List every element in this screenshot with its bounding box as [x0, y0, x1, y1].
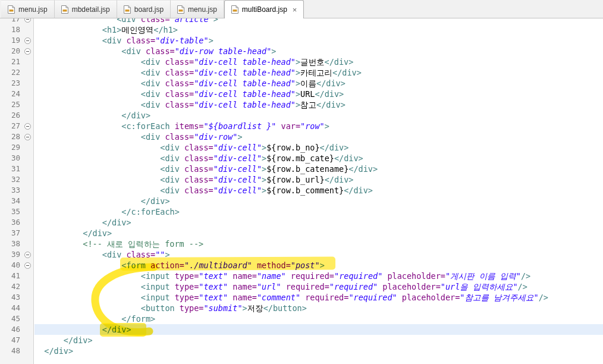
code-line-32[interactable]: 32 <div class="div-cell">${row.b_url}</d… [0, 174, 603, 185]
code-line-42[interactable]: 42 <input type="text" name="url" require… [0, 281, 603, 292]
code-line-45[interactable]: 45 </form> [0, 313, 603, 324]
code-text[interactable]: <div class="div-cell">${row.b_url}</div> [34, 174, 603, 185]
code-line-28[interactable]: 28 <div class="div-row"> [0, 131, 603, 142]
jsp-file-icon [8, 5, 15, 14]
code-line-17[interactable]: 17 <div class="article"> [0, 18, 603, 24]
code-text[interactable]: </div> [34, 217, 603, 228]
tab-mbdetail-jsp[interactable]: mbdetail.jsp [55, 0, 117, 18]
line-number: 46 [0, 324, 20, 335]
code-text[interactable]: </div> [34, 335, 603, 346]
code-line-25[interactable]: 25 <div class="div-cell table-head">참고</… [0, 99, 603, 110]
code-line-19[interactable]: 19 <div class="div-table"> [0, 35, 603, 46]
fold-column [20, 48, 34, 55]
code-line-18[interactable]: 18 <h1>메인영역</h1> [0, 24, 603, 35]
line-number: 28 [0, 131, 20, 142]
code-line-22[interactable]: 22 <div class="div-cell table-head">카테고리… [0, 67, 603, 78]
code-text[interactable]: <div class="div-cell">${row.b_comment}</… [34, 185, 603, 196]
code-text[interactable]: <input type="text" name="comment" requir… [34, 292, 603, 303]
code-line-20[interactable]: 20 <div class="div-row table-head"> [0, 46, 603, 57]
code-text[interactable]: <div class="div-row"> [34, 131, 603, 142]
gutter: 43 [0, 292, 34, 303]
code-text[interactable]: </div> [34, 346, 603, 356]
code-text[interactable]: <form action="./multiboard" method="post… [34, 260, 603, 271]
line-number: 17 [0, 18, 20, 24]
code-text[interactable]: <div class="div-cell table-head">참고</div… [34, 99, 603, 110]
code-line-41[interactable]: 41 <input type="text" name="name" requir… [0, 271, 603, 281]
code-line-47[interactable]: 47 </div> [0, 335, 603, 346]
code-text[interactable]: </c:forEach> [34, 206, 603, 217]
gutter: 37 [0, 228, 34, 239]
ide-window: menu.jspmbdetail.jspboard.jspmenu.jspmul… [0, 0, 603, 364]
code-line-23[interactable]: 23 <div class="div-cell table-head">이름</… [0, 78, 603, 89]
code-text[interactable]: <div class="div-row table-head"> [34, 46, 603, 57]
code-line-44[interactable]: 44 <button type="submit">저장</button> [0, 303, 603, 313]
fold-collapse-icon[interactable] [24, 37, 31, 44]
code-line-36[interactable]: 36 </div> [0, 217, 603, 228]
code-text[interactable]: <!-- 새로 입력하는 form --> [34, 239, 603, 249]
code-editor[interactable]: 17 <div class="article">18 <h1>메인영역</h1>… [0, 18, 603, 364]
code-line-24[interactable]: 24 <div class="div-cell table-head">URL<… [0, 89, 603, 99]
line-number: 39 [0, 249, 20, 260]
gutter: 24 [0, 89, 34, 99]
code-line-31[interactable]: 31 <div class="div-cell">${row.b_catenam… [0, 164, 603, 174]
fold-collapse-icon[interactable] [24, 18, 31, 23]
code-text[interactable]: <div class=""> [34, 249, 603, 260]
tab-board-jsp[interactable]: board.jsp [117, 0, 171, 18]
code-text[interactable]: </div> [34, 196, 603, 206]
code-text[interactable]: <div class="div-cell">${row.b_no}</div> [34, 142, 603, 153]
code-text[interactable]: </div> [34, 324, 603, 335]
gutter: 35 [0, 206, 34, 217]
code-line-38[interactable]: 38 <!-- 새로 입력하는 form --> [0, 239, 603, 249]
code-text[interactable]: <div class="div-cell">${row.mb_cate}</di… [34, 153, 603, 164]
code-text[interactable]: <input type="text" name="url" required="… [34, 281, 603, 292]
tab-label: multiBoard.jsp [242, 5, 287, 14]
code-text[interactable]: <div class="div-table"> [34, 35, 603, 46]
code-line-34[interactable]: 34 </div> [0, 196, 603, 206]
tab-menu-jsp[interactable]: menu.jsp [1, 0, 55, 18]
code-line-43[interactable]: 43 <input type="text" name="comment" req… [0, 292, 603, 303]
code-line-29[interactable]: 29 <div class="div-cell">${row.b_no}</di… [0, 142, 603, 153]
gutter: 41 [0, 271, 34, 281]
code-text[interactable]: <div class="div-cell table-head">URL</di… [34, 89, 603, 99]
code-line-37[interactable]: 37 </div> [0, 228, 603, 239]
code-text[interactable]: <input type="text" name="name" required=… [34, 271, 603, 281]
code-lines: 17 <div class="article">18 <h1>메인영역</h1>… [0, 18, 603, 356]
tab-menu-jsp[interactable]: menu.jsp [171, 0, 224, 18]
tab-multiboard-jsp[interactable]: multiBoard.jsp× [224, 0, 304, 18]
code-text[interactable]: </form> [34, 313, 603, 324]
code-line-26[interactable]: 26 </div> [0, 110, 603, 121]
gutter: 47 [0, 335, 34, 346]
fold-collapse-icon[interactable] [24, 262, 31, 269]
close-icon[interactable]: × [293, 6, 297, 14]
fold-collapse-icon[interactable] [24, 123, 31, 130]
code-line-33[interactable]: 33 <div class="div-cell">${row.b_comment… [0, 185, 603, 196]
code-line-30[interactable]: 30 <div class="div-cell">${row.mb_cate}<… [0, 153, 603, 164]
code-text[interactable]: <c:forEach items="${boardlist }" var="ro… [34, 121, 603, 131]
code-text[interactable]: <div class="div-cell table-head">글번호</di… [34, 57, 603, 67]
code-line-48[interactable]: 48 </div> [0, 346, 603, 356]
code-text[interactable]: <div class="div-cell table-head">이름</div… [34, 78, 603, 89]
line-number: 27 [0, 121, 20, 131]
code-text[interactable]: </div> [34, 228, 603, 239]
fold-column [20, 123, 34, 130]
code-text[interactable]: <div class="div-cell">${row.b_catename}<… [34, 164, 603, 174]
line-number: 34 [0, 196, 20, 206]
code-line-39[interactable]: 39 <div class=""> [0, 249, 603, 260]
code-text[interactable]: <div class="div-cell table-head">카테고리</d… [34, 67, 603, 78]
line-number: 48 [0, 346, 20, 356]
code-text[interactable]: <button type="submit">저장</button> [34, 303, 603, 313]
gutter: 28 [0, 131, 34, 142]
line-number: 23 [0, 78, 20, 89]
code-line-46[interactable]: 46 </div> [0, 324, 603, 335]
code-line-21[interactable]: 21 <div class="div-cell table-head">글번호<… [0, 57, 603, 67]
fold-collapse-icon[interactable] [24, 252, 31, 258]
code-line-27[interactable]: 27 <c:forEach items="${boardlist }" var=… [0, 121, 603, 131]
code-text[interactable]: </div> [34, 110, 603, 121]
fold-collapse-icon[interactable] [24, 48, 31, 55]
code-line-35[interactable]: 35 </c:forEach> [0, 206, 603, 217]
fold-collapse-icon[interactable] [24, 134, 31, 140]
code-text[interactable]: <div class="article"> [34, 18, 603, 24]
line-number: 32 [0, 174, 20, 185]
code-text[interactable]: <h1>메인영역</h1> [34, 24, 603, 35]
code-line-40[interactable]: 40 <form action="./multiboard" method="p… [0, 260, 603, 271]
